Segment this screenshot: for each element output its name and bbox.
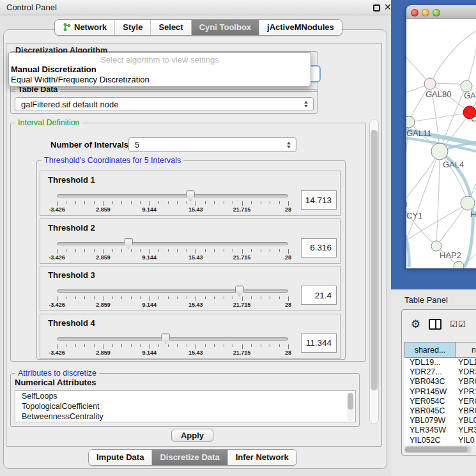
node-label: HAP2 [440,250,461,260]
cell-shared-name: YBR045C [404,406,456,416]
attribute-item[interactable]: SelfLoops [15,391,355,401]
table-panel: ⚙ ☑☑ shared... n YDL19...YDL1YDR27...YDR… [401,309,476,456]
zoom-traffic-light-icon[interactable] [433,9,440,17]
float-window-icon[interactable] [373,4,380,12]
cell-name: YDL1 [456,358,476,367]
slider-track[interactable] [57,242,288,245]
network-edge[interactable] [466,45,476,86]
table-row[interactable]: YBR043CYBR0 [404,377,476,387]
tab-cyni-toolbox[interactable]: Cyni Toolbox [191,20,259,35]
threshold-slider[interactable]: -3.4262.8599.14415.4321.71528 [57,332,288,359]
column-header-name[interactable]: n [456,342,476,358]
cell-shared-name: YBR043C [404,377,456,387]
network-canvas[interactable]: GAL80GACGAL11GAL4GCY1HHAP2 [406,19,476,268]
table-data-combobox[interactable]: galFiltered.sif default node [15,97,314,111]
slider-ticks [57,295,288,301]
cell-shared-name: YDR27... [404,367,456,377]
network-node-gal4[interactable] [431,143,448,160]
table-panel-region: Table Panel ⚙ ☑☑ shared... n YDL19...YDL… [391,289,476,476]
network-node-hap2[interactable] [431,241,441,251]
slider-track[interactable] [57,289,288,293]
select-columns-icons[interactable]: ☑☑ [450,319,466,329]
threshold-slider[interactable]: -3.4262.8599.14415.4321.71528 [57,284,288,311]
network-node-gcy1[interactable] [406,199,407,210]
tab-style[interactable]: Style [114,20,150,35]
close-traffic-light-icon[interactable] [411,9,418,17]
tab-impute-data[interactable]: Impute Data [89,450,151,465]
menu-item-equal-width-frequency[interactable]: Equal Width/Frequency Discretization [9,75,311,85]
table-row[interactable]: YLR345WYLR3 [404,426,476,435]
threshold-slider[interactable]: -3.4262.8599.14415.4321.71528 [57,189,288,216]
interval-definition-title: Interval Definition [15,118,82,127]
attribute-item[interactable]: BetweennessCentrality [15,411,355,422]
interval-definition-group: Interval Definition Number of Intervals … [10,123,366,362]
cell-shared-name: YIL052C [404,436,456,445]
network-node-gal11[interactable] [406,116,415,128]
threshold-panel-4: Threshold 4-3.4262.8599.14415.4321.71528 [40,314,341,359]
network-edge[interactable] [430,29,476,84]
cell-name: YIL0 [456,436,476,445]
node-label: H [470,210,476,219]
threshold-label: Threshold 2 [48,223,95,233]
table-row[interactable]: YBR045CYBR0 [404,406,476,416]
split-columns-icon[interactable] [429,319,441,330]
network-edge[interactable] [436,203,468,246]
minimize-traffic-light-icon[interactable] [422,9,429,17]
tab-label: Select [158,22,183,32]
close-icon[interactable]: ✕ [384,2,392,12]
network-edge[interactable] [406,48,430,84]
threshold-panel-3: Threshold 3-3.4262.8599.14415.4321.71528 [40,266,341,311]
threshold-panel-1: Threshold 1-3.4262.8599.14415.4321.71528 [40,171,341,216]
tab-select[interactable]: Select [150,20,190,35]
slider-track[interactable] [57,194,288,197]
tab-discretize-data[interactable]: Discretize Data [151,450,227,465]
number-of-intervals-combobox[interactable]: 5 [128,137,296,152]
network-node-h[interactable] [461,196,475,210]
attributes-scrollbar[interactable] [347,392,354,421]
table-panel-toolbar: ⚙ ☑☑ [402,310,476,338]
threshold-value-field[interactable] [301,286,337,305]
table-row[interactable]: YDR27...YDR2 [404,367,476,377]
attribute-item[interactable]: TopologicalCoefficient [15,401,355,411]
threshold-panel-2: Threshold 2-3.4262.8599.14415.4321.71528 [40,219,341,264]
cell-name: YPR1 [456,387,476,397]
tab-label: jActiveMNodules [267,22,334,32]
network-edge[interactable] [409,112,470,122]
threshold-slider[interactable]: -3.4262.8599.14415.4321.71528 [57,237,288,264]
threshold-value-field[interactable] [301,238,337,257]
threshold-label: Threshold 4 [48,318,95,328]
table-horizontal-scrollbar[interactable] [404,446,472,453]
numerical-attributes-list[interactable]: SelfLoopsTopologicalCoefficientBetweenne… [15,390,356,422]
cyni-mode-tabs: Impute DataDiscretize DataInfer Network [88,449,297,466]
node-label: GA [464,91,476,100]
threshold-value-field[interactable] [301,334,337,353]
network-node[interactable] [454,261,464,268]
tab-label: Network [74,22,107,32]
threshold-value-field[interactable] [301,190,337,210]
table-data-value: galFiltered.sif default node [21,100,301,109]
table-row[interactable]: YBL079WYBL0 [404,416,476,426]
apply-button[interactable]: Apply [171,429,213,442]
table-row[interactable]: YDL19...YDL1 [404,358,476,367]
control-panel-titlebar: Control Panel [0,0,391,15]
table-row[interactable]: YPR145WYPR1 [404,387,476,397]
menu-item-manual-discretization[interactable]: Manual Discretization [9,65,311,75]
table-row[interactable]: YER054CYER0 [404,397,476,406]
tab-infer-network[interactable]: Infer Network [227,450,296,465]
column-header-shared-name[interactable]: shared... [404,342,456,358]
table-row[interactable]: YIL052CYIL0 [404,436,476,445]
tab-network[interactable]: Network [55,20,114,35]
slider-tick-labels: -3.4262.8599.14415.4321.71528 [57,254,288,262]
tab-label: Cyni Toolbox [199,22,251,32]
gear-icon[interactable]: ⚙ [411,318,420,331]
cell-shared-name: YPR145W [404,387,456,397]
tab-jactivemnodules[interactable]: jActiveMNodules [259,20,342,35]
slider-tick-labels: -3.4262.8599.14415.4321.71528 [57,206,288,214]
cell-name: YER0 [456,397,476,406]
network-window-titlebar [406,5,476,19]
attributes-title: Attributes to discretize [15,369,99,378]
slider-track[interactable] [57,337,288,341]
network-node-gal80[interactable] [424,78,436,89]
network-edge[interactable] [436,151,440,246]
content-scrollbar[interactable] [369,119,379,424]
